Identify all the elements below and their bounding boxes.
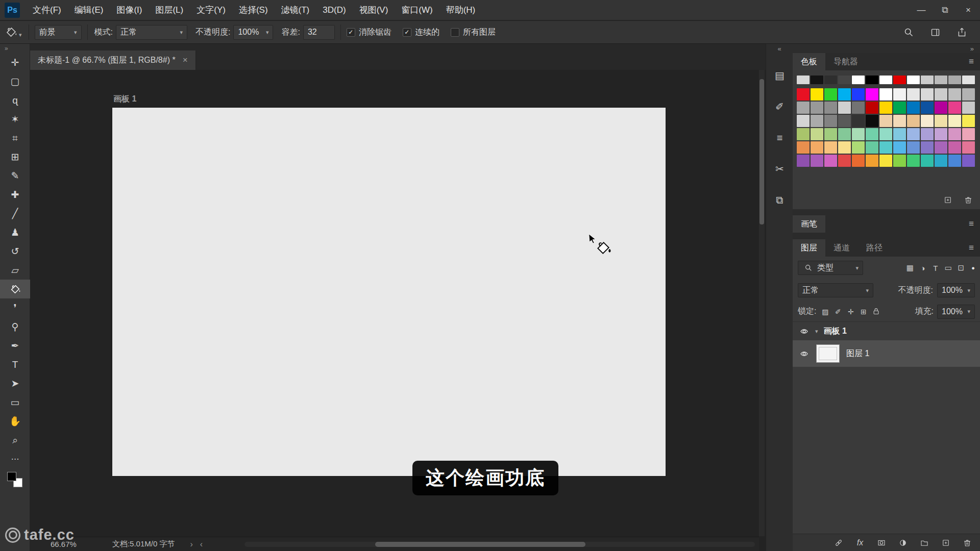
checkbox-连续的[interactable]: ✓连续的 xyxy=(403,27,439,38)
swatch[interactable] xyxy=(962,155,975,167)
filter-adjustment-layers-icon[interactable]: ◑ xyxy=(916,262,929,274)
new-group-icon[interactable] xyxy=(919,537,930,548)
fill-source-select[interactable]: 前景 ▾ xyxy=(35,25,82,40)
filter-toggle[interactable]: ● xyxy=(971,265,975,271)
tab-路径[interactable]: 路径 xyxy=(858,239,891,257)
artboard-canvas[interactable] xyxy=(112,108,666,476)
swatch[interactable] xyxy=(824,88,837,101)
swatch[interactable] xyxy=(852,155,865,167)
swatch[interactable] xyxy=(797,128,810,140)
restore-button[interactable]: ⧉ xyxy=(933,0,957,20)
fill-select[interactable]: 100% ▾ xyxy=(937,305,975,319)
tab-brushes[interactable]: 画笔 xyxy=(793,215,825,233)
layer-thumbnail[interactable] xyxy=(816,344,840,363)
swatch[interactable] xyxy=(948,76,961,84)
lock-image-pixels-icon[interactable]: ✐ xyxy=(832,306,843,317)
lock-artboard-icon[interactable]: ⊞ xyxy=(858,306,869,317)
swatch[interactable] xyxy=(811,128,823,140)
swatch[interactable] xyxy=(824,115,837,127)
search-icon[interactable] xyxy=(902,26,915,38)
swatch[interactable] xyxy=(879,115,892,127)
tab-图层[interactable]: 图层 xyxy=(793,239,825,257)
workspace-icon[interactable] xyxy=(929,26,941,38)
layer-row-selected[interactable]: 图层 1 xyxy=(793,340,980,367)
swatch[interactable] xyxy=(824,155,837,167)
tolerance-input[interactable]: 32 xyxy=(303,25,335,40)
swatch[interactable] xyxy=(935,88,947,101)
swatch[interactable] xyxy=(852,76,865,84)
swatch[interactable] xyxy=(797,141,810,154)
checkbox-box[interactable]: ✓ xyxy=(347,28,355,37)
foreground-color-swatch[interactable] xyxy=(7,472,16,481)
edit-toolbar-icon[interactable]: ⋯ xyxy=(0,449,30,468)
layers-panel-menu-icon[interactable]: ≡ xyxy=(963,239,980,257)
crop-tool[interactable]: ⌗ xyxy=(0,129,30,147)
layer-opacity-select[interactable]: 100% ▾ xyxy=(937,283,975,297)
collapse-panels-icon[interactable]: » xyxy=(793,44,980,53)
magic-wand-tool[interactable]: ✶ xyxy=(0,110,30,129)
swatch[interactable] xyxy=(921,128,934,140)
tab-导航器[interactable]: 导航器 xyxy=(825,53,866,70)
checkbox-消除锯齿[interactable]: ✓消除锯齿 xyxy=(347,27,391,38)
menu-item-视图(V)[interactable]: 视图(V) xyxy=(353,0,395,20)
swatch[interactable] xyxy=(811,88,823,101)
swatch[interactable] xyxy=(866,141,878,154)
swatch[interactable] xyxy=(838,115,851,127)
swatch[interactable] xyxy=(866,115,878,127)
layer-filter-select[interactable]: 类型 ▾ xyxy=(798,261,863,275)
menu-item-选择(S)[interactable]: 选择(S) xyxy=(232,0,275,20)
swatches-panel-menu-icon[interactable]: ≡ xyxy=(963,53,980,70)
menu-item-窗口(W)[interactable]: 窗口(W) xyxy=(395,0,439,20)
menu-item-3D(D)[interactable]: 3D(D) xyxy=(316,0,352,20)
new-adjustment-layer-icon[interactable] xyxy=(897,537,909,548)
swatch[interactable] xyxy=(935,155,947,167)
opacity-select[interactable]: 100% ▾ xyxy=(233,25,273,40)
delete-swatch-button[interactable] xyxy=(963,194,974,206)
tool-preset-picker[interactable]: ▾ xyxy=(5,26,22,38)
swatch[interactable] xyxy=(962,102,975,114)
swatch[interactable] xyxy=(948,155,961,167)
lock-position-icon[interactable]: ✛ xyxy=(845,306,856,317)
swatch[interactable] xyxy=(797,155,810,167)
expand-strip-icon[interactable]: « xyxy=(766,44,793,53)
filter-pixel-layers-icon[interactable]: ▦ xyxy=(903,262,916,274)
swatch[interactable] xyxy=(852,88,865,101)
menu-item-文件(F)[interactable]: 文件(F) xyxy=(26,0,68,20)
swatch[interactable] xyxy=(879,102,892,114)
swatch[interactable] xyxy=(824,128,837,140)
brush-tool[interactable]: ╱ xyxy=(0,204,30,223)
swatch[interactable] xyxy=(921,102,934,114)
swatch[interactable] xyxy=(962,88,975,101)
tab-通道[interactable]: 通道 xyxy=(825,239,858,257)
filter-type-layers-icon[interactable]: T xyxy=(929,262,942,274)
swatch[interactable] xyxy=(893,141,906,154)
clip-export-panel-icon[interactable]: ✂ xyxy=(766,160,793,178)
swatch[interactable] xyxy=(907,76,920,84)
swatch[interactable] xyxy=(824,102,837,114)
swatch[interactable] xyxy=(879,155,892,167)
swatch[interactable] xyxy=(935,128,947,140)
menu-item-编辑(E)[interactable]: 编辑(E) xyxy=(68,0,110,20)
swatch[interactable] xyxy=(838,102,851,114)
swatch[interactable] xyxy=(907,88,920,101)
swatch[interactable] xyxy=(797,76,810,84)
eraser-tool[interactable]: ▱ xyxy=(0,261,30,280)
filter-smart-objects-icon[interactable]: ⊡ xyxy=(954,262,967,274)
swatch[interactable] xyxy=(866,155,878,167)
swatch[interactable] xyxy=(907,102,920,114)
menu-item-帮助(H)[interactable]: 帮助(H) xyxy=(439,0,482,20)
frame-tool[interactable]: ⊞ xyxy=(0,147,30,166)
hand-tool[interactable]: ✋ xyxy=(0,412,30,431)
lock-all-icon[interactable] xyxy=(871,306,881,317)
new-layer-icon[interactable] xyxy=(940,537,951,548)
swatch[interactable] xyxy=(962,128,975,140)
swatch[interactable] xyxy=(811,141,823,154)
swatch[interactable] xyxy=(907,155,920,167)
swatch[interactable] xyxy=(962,141,975,154)
move-tool[interactable]: ✛ xyxy=(0,53,30,72)
swatch[interactable] xyxy=(852,115,865,127)
checkbox-所有图层[interactable]: 所有图层 xyxy=(451,27,496,38)
swatch[interactable] xyxy=(797,88,810,101)
artboard-layer-row[interactable]: ▾ 画板 1 xyxy=(793,322,980,340)
swatch[interactable] xyxy=(811,76,823,84)
